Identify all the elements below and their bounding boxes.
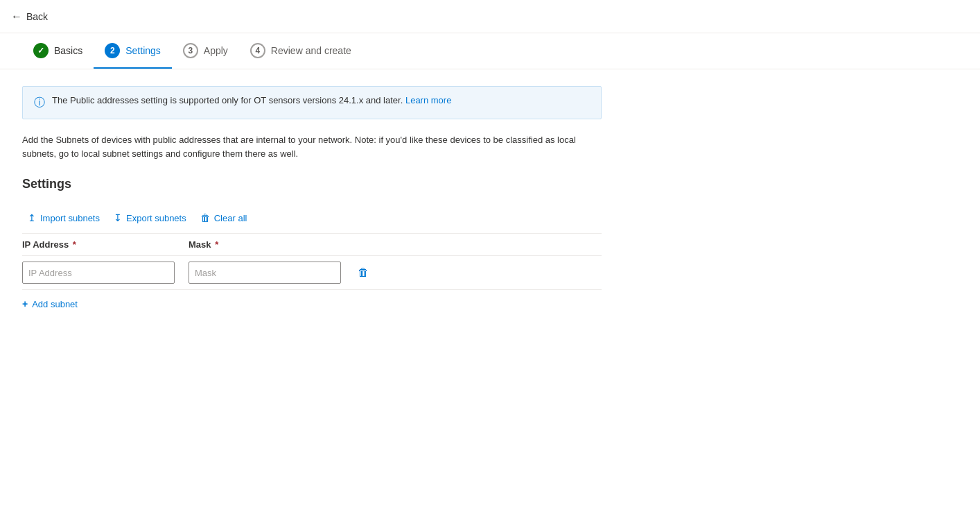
checkmark-icon: ✓ bbox=[37, 46, 44, 55]
mask-cell bbox=[189, 262, 355, 284]
tab-label-basics: Basics bbox=[54, 45, 82, 56]
description-text: Add the Subnets of devices with public a… bbox=[22, 133, 602, 160]
export-subnets-button[interactable]: ↧ Export subnets bbox=[108, 208, 192, 228]
ip-address-input[interactable] bbox=[22, 262, 175, 284]
tab-basics[interactable]: ✓ Basics bbox=[22, 33, 94, 69]
add-subnet-label: Add subnet bbox=[32, 299, 78, 309]
tab-label-settings: Settings bbox=[125, 45, 161, 56]
info-banner: ⓘ The Public addresses setting is suppor… bbox=[22, 86, 602, 119]
learn-more-link[interactable]: Learn more bbox=[405, 95, 451, 105]
tab-apply[interactable]: 3 Apply bbox=[172, 33, 239, 69]
add-icon: + bbox=[22, 298, 28, 309]
top-bar: ← Back bbox=[0, 0, 980, 33]
back-arrow-icon: ← bbox=[11, 10, 22, 23]
tab-step-review: 4 bbox=[256, 46, 261, 55]
tab-settings[interactable]: 2 Settings bbox=[94, 33, 172, 69]
tab-circle-basics: ✓ bbox=[33, 43, 49, 58]
clear-all-button[interactable]: 🗑 Clear all bbox=[195, 208, 253, 228]
tab-circle-settings: 2 bbox=[105, 43, 120, 58]
info-banner-main-text: The Public addresses setting is supporte… bbox=[52, 95, 405, 105]
tab-circle-review: 4 bbox=[250, 43, 265, 58]
export-icon: ↧ bbox=[114, 212, 122, 223]
info-icon: ⓘ bbox=[34, 96, 45, 110]
tab-step-apply: 3 bbox=[188, 46, 193, 55]
section-title: Settings bbox=[22, 177, 602, 191]
clear-label: Clear all bbox=[214, 213, 247, 223]
wizard-tabs: ✓ Basics 2 Settings 3 Apply 4 Review and… bbox=[0, 33, 980, 69]
tab-label-apply: Apply bbox=[204, 45, 228, 56]
tab-review[interactable]: 4 Review and create bbox=[239, 33, 362, 69]
back-label: Back bbox=[26, 11, 48, 22]
info-banner-text: The Public addresses setting is supporte… bbox=[52, 95, 451, 105]
ip-address-cell bbox=[22, 262, 189, 284]
add-subnet-button[interactable]: + Add subnet bbox=[22, 293, 78, 315]
required-star-ip: * bbox=[70, 239, 76, 250]
import-subnets-button[interactable]: ↥ Import subnets bbox=[22, 208, 105, 228]
required-star-mask: * bbox=[213, 239, 219, 250]
tab-circle-apply: 3 bbox=[183, 43, 198, 58]
table-header: IP Address * Mask * bbox=[22, 234, 602, 256]
delete-row-button[interactable]: 🗑 bbox=[355, 264, 371, 282]
tab-label-review: Review and create bbox=[271, 45, 351, 56]
toolbar: ↥ Import subnets ↧ Export subnets 🗑 Clea… bbox=[22, 208, 602, 234]
tab-step-settings: 2 bbox=[110, 46, 115, 55]
table-row: 🗑 bbox=[22, 256, 602, 290]
delete-cell: 🗑 bbox=[355, 264, 390, 282]
export-label: Export subnets bbox=[126, 213, 186, 223]
trash-icon: 🗑 bbox=[200, 212, 210, 223]
back-button[interactable]: ← Back bbox=[11, 10, 48, 23]
main-content: ⓘ The Public addresses setting is suppor… bbox=[0, 69, 624, 332]
delete-icon: 🗑 bbox=[358, 266, 369, 279]
import-icon: ↥ bbox=[28, 212, 36, 223]
mask-input[interactable] bbox=[189, 262, 341, 284]
col-header-mask: Mask * bbox=[189, 239, 355, 250]
import-label: Import subnets bbox=[40, 213, 100, 223]
col-header-ip: IP Address * bbox=[22, 239, 189, 250]
